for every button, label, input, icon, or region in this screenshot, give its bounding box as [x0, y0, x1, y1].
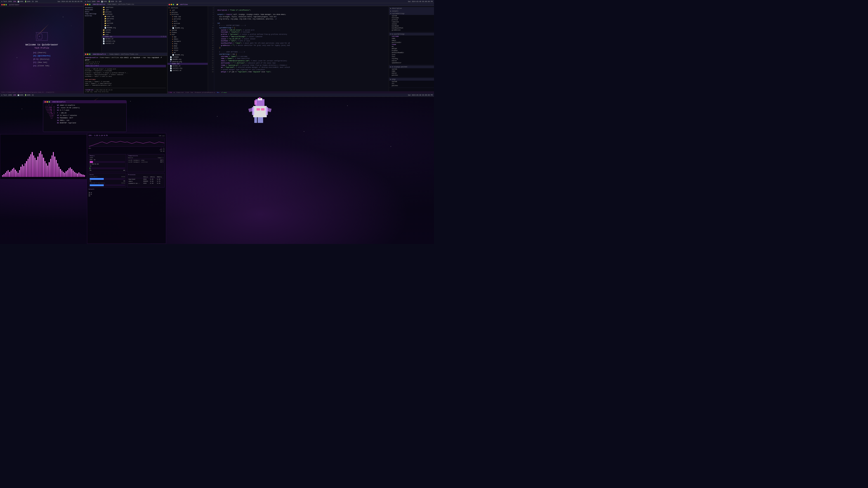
tree-wsl[interactable]: ▶ wsl [167, 25, 208, 27]
rp-nixpkgs-patches[interactable]: patches [389, 74, 434, 76]
tree-git[interactable]: ▶ .git [167, 9, 208, 11]
file-row-themes[interactable]: 📁 themes [102, 31, 167, 33]
term-close[interactable] [85, 54, 86, 55]
rp-editor[interactable]: editor [389, 60, 434, 62]
rp-nixpkgs-name[interactable]: name [389, 70, 434, 72]
file-row[interactable]: 📄 harden.sh [102, 38, 167, 40]
file-row[interactable]: 📁 home lab [102, 15, 167, 18]
file-row[interactable]: 📁 personal [102, 18, 167, 20]
rp-system[interactable]: system [389, 15, 434, 17]
tree-readme-user[interactable]: 📄 README.org [167, 54, 208, 56]
file-row[interactable]: 📁 work [102, 20, 167, 22]
sidebar-documents[interactable]: documents [85, 7, 101, 9]
sidebar-downloads[interactable]: downloads [85, 9, 101, 11]
rp-grubdevice[interactable]: grubDevice [389, 29, 434, 31]
tree-style[interactable]: ▶ style [167, 49, 208, 52]
rp-pkgs-system[interactable]: system [389, 80, 434, 83]
tree-personal[interactable]: ▶ personal [167, 18, 208, 20]
fetch-max[interactable] [49, 101, 50, 103]
tree-user[interactable]: ▼ user [167, 34, 208, 36]
rp-email[interactable]: email [389, 39, 434, 41]
tree-desktop-png[interactable]: 🖼 desktop.png [167, 61, 208, 63]
file-row[interactable]: 📁 wsl [102, 24, 167, 27]
rp-spawneditor[interactable]: spawnEditor [389, 62, 434, 64]
rp-fontpkg[interactable]: fontPkg [389, 58, 434, 60]
maximize-button[interactable] [5, 4, 7, 5]
tree-install-sh[interactable]: 📄 install.sh [167, 69, 208, 72]
rp-username[interactable]: username [389, 35, 434, 37]
editor-max[interactable] [173, 4, 174, 5]
rp-theme[interactable]: theme [389, 43, 434, 46]
rp-hostname[interactable]: hostname [389, 17, 434, 19]
tree-worklab[interactable]: ▶ worklab [167, 22, 208, 25]
fm-max[interactable] [89, 4, 90, 5]
menu-quickmarks[interactable]: [b] [Quickmarks] [33, 54, 51, 57]
menu-newtab[interactable]: [t] [New tab] [33, 61, 51, 64]
rp-nixpkgs-editor[interactable]: editor [389, 72, 434, 74]
term-max[interactable] [89, 54, 90, 55]
file-row[interactable]: 📄 install.sh [102, 42, 167, 44]
rp-timezone[interactable]: timezone [389, 21, 434, 23]
rp-defaultroamdir[interactable]: defaultRoamDir [389, 52, 434, 54]
terminal-body[interactable]: emmet@snowfire /home/emmet/.dotfiles nix… [84, 56, 167, 94]
tree-themes[interactable]: ▶ themes [167, 31, 208, 34]
fm-close[interactable] [85, 4, 86, 5]
menu-history[interactable]: [S h] [History] [33, 58, 51, 61]
editor-min[interactable] [170, 4, 172, 5]
rp-wmtype[interactable]: wmType [389, 48, 434, 50]
sidebar-music[interactable]: music [85, 11, 101, 13]
menu-search[interactable]: [o] [Search] [33, 51, 51, 54]
tree-install-org[interactable]: 📄 install.org [167, 67, 208, 69]
rp-systemsettings-header[interactable]: ▼ systemSettings [389, 12, 434, 15]
fm-min[interactable] [87, 4, 88, 5]
file-row[interactable]: 📁 .git [102, 8, 167, 11]
file-row[interactable]: 📄 install.org [102, 40, 167, 42]
rp-pkgs-header[interactable]: ▶ pkgs [389, 78, 434, 80]
sidebar-themes[interactable]: Temp-Settings [85, 13, 101, 15]
tree-wm[interactable]: ▶ wm [167, 52, 208, 54]
tree-emacs[interactable]: ▶ emacs [167, 38, 208, 40]
rp-nixpkgs-header[interactable]: ▶ ⊞ nixpkgs-patched [389, 66, 434, 68]
rp-name[interactable]: name [389, 37, 434, 39]
rp-dotfilesdir[interactable]: dotfilesDir [389, 41, 434, 43]
file-row[interactable]: 📁 user [102, 33, 167, 36]
rp-description-header[interactable]: ▶ description [389, 7, 434, 10]
tree-harden[interactable]: 📄 harden.sh [167, 65, 208, 67]
file-row-flake[interactable]: λ flake.nix 2.7S K [102, 36, 167, 38]
rp-bootmountpath[interactable]: bootMountPath [389, 27, 434, 29]
tree-readme-main[interactable]: 📄 README.org [167, 58, 208, 61]
rp-profile[interactable]: profile [389, 19, 434, 21]
term-min[interactable] [87, 54, 88, 55]
rp-wm[interactable]: wm [389, 46, 434, 48]
tree-readme[interactable]: 📄 README.org [167, 27, 208, 29]
tree-patches[interactable]: ▶ patches [167, 11, 208, 13]
rp-term[interactable]: term [389, 54, 434, 56]
file-row[interactable]: 📁 system [102, 29, 167, 31]
tree-app[interactable]: ▶ app [167, 36, 208, 38]
file-row[interactable]: 📁 profiles [102, 13, 167, 15]
tree-pkgs[interactable]: ▶ pkgs [167, 45, 208, 47]
tree-profiles[interactable]: ▼ profiles [167, 13, 208, 15]
rp-locale[interactable]: locale [389, 23, 434, 25]
minimize-button[interactable] [3, 4, 5, 5]
file-row[interactable]: 📁 .dotfiles [102, 6, 167, 8]
close-button[interactable] [1, 4, 3, 5]
editor-close[interactable] [168, 4, 170, 5]
rp-usersettings-header[interactable]: ▼ ⊞ userSettings [389, 33, 434, 35]
tree-license[interactable]: 📄 LICENSE [167, 56, 208, 58]
file-row[interactable]: 📁 patches [102, 11, 167, 13]
rp-browser[interactable]: browser [389, 50, 434, 52]
tree-shell[interactable]: ▶ shell [167, 47, 208, 49]
tree-hardware[interactable]: ▶ hardware [167, 40, 208, 42]
tree-system[interactable]: ▶ system [167, 29, 208, 31]
rp-outputs-header[interactable]: ▶ outputs [389, 10, 434, 12]
tree-flake-nix[interactable]: λ flake.nix [167, 63, 208, 65]
menu-closetab[interactable]: [x] [Close tab] [33, 64, 51, 67]
code-content[interactable]: description = "Flake of LibrePhoenix"; o… [214, 6, 389, 91]
fetch-min[interactable] [46, 101, 48, 103]
tree-lang[interactable]: ▶ lang [167, 42, 208, 45]
rp-pkgs-src[interactable]: src [389, 83, 434, 85]
rp-bootmode[interactable]: bootMode [389, 25, 434, 27]
tree-work[interactable]: ▶ work [167, 20, 208, 22]
tree-home-lab[interactable]: ▶ home lab [167, 15, 208, 18]
